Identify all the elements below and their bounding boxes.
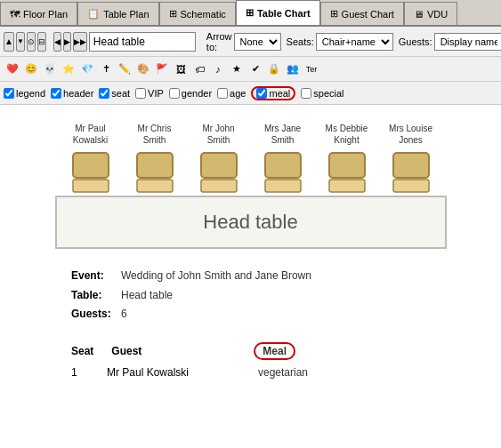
table-label: Table: xyxy=(71,286,116,306)
svg-rect-8 xyxy=(329,153,365,178)
tab-table-chart[interactable]: ⊞ Table Chart xyxy=(236,0,320,25)
music-icon-btn[interactable]: ♪ xyxy=(209,60,227,78)
tab-schematic[interactable]: ⊞ Schematic xyxy=(159,2,236,25)
legend-label[interactable]: legend xyxy=(16,88,45,99)
svg-rect-6 xyxy=(265,153,301,178)
chair-1 xyxy=(61,151,121,196)
chair-6 xyxy=(381,151,441,196)
vip-checkbox[interactable] xyxy=(135,88,146,99)
meal-label[interactable]: meal xyxy=(269,88,290,99)
chairs-row xyxy=(61,151,441,196)
arrow-select[interactable]: None xyxy=(234,33,281,51)
tab-table-plan[interactable]: 📋 Table Plan xyxy=(77,2,158,25)
guest-list-header: Seat Guest Meal xyxy=(71,342,483,360)
guest-list-row-1: 1 Mr Paul Kowalski vegetarian xyxy=(71,364,483,383)
guest-name-3: Mr JohnSmith xyxy=(189,123,249,146)
event-value: Wedding of John Smith and Jane Brown xyxy=(121,267,311,286)
toolbar-row1: ▲ ▼ ⊙ ⊟ ◀ ▶ ▶▶ Arrow to: None Seats: Cha… xyxy=(0,27,501,57)
cb-age: age xyxy=(217,88,246,99)
svg-rect-7 xyxy=(265,180,301,192)
nav-prev-button[interactable]: ◀ xyxy=(53,32,61,52)
legend-checkbox[interactable] xyxy=(4,88,14,99)
image-icon-btn[interactable]: 🖼 xyxy=(172,60,190,78)
tab-bar: 🗺 Floor Plan 📋 Table Plan ⊞ Schematic ⊞ … xyxy=(0,0,501,27)
nav-next-button[interactable]: ▶▶ xyxy=(73,32,87,52)
gender-label[interactable]: gender xyxy=(182,88,212,99)
header-checkbox[interactable] xyxy=(51,88,61,99)
table-rectangle: Head table xyxy=(55,196,447,249)
chair-2 xyxy=(125,151,185,196)
seats-label: Seats: xyxy=(287,36,314,47)
star-icon-btn[interactable]: ⭐ xyxy=(60,60,77,78)
cb-meal-highlight: meal xyxy=(251,86,295,100)
guest-name-4: Mrs JaneSmith xyxy=(253,123,313,146)
people-icon-btn[interactable]: 👥 xyxy=(284,60,302,78)
svg-rect-11 xyxy=(393,180,429,192)
seat-1: 1 xyxy=(71,364,98,383)
svg-rect-0 xyxy=(73,153,109,178)
special-label[interactable]: special xyxy=(313,88,343,99)
table-row-info: Table: Head table xyxy=(71,286,483,306)
special-checkbox[interactable] xyxy=(301,88,311,99)
seats-select[interactable]: Chair+name xyxy=(316,33,393,51)
ter-icon-btn[interactable]: Ter xyxy=(303,60,320,78)
meal-1: vegetarian xyxy=(258,364,308,383)
guests-count-row: Guests: 6 xyxy=(71,305,483,324)
tab-vdu[interactable]: 🖥 VDU xyxy=(404,2,457,25)
gender-checkbox[interactable] xyxy=(169,88,180,99)
table-title-input[interactable] xyxy=(89,32,196,52)
age-label[interactable]: age xyxy=(230,88,246,99)
guests-count-value: 6 xyxy=(121,305,127,324)
vip-label[interactable]: VIP xyxy=(148,88,164,99)
chair-4 xyxy=(253,151,313,196)
cb-header: header xyxy=(51,88,93,99)
table-value: Head table xyxy=(121,286,173,306)
edit-icon-btn[interactable]: ✏️ xyxy=(116,60,133,78)
tab-floor-plan[interactable]: 🗺 Floor Plan xyxy=(0,2,77,25)
schematic-icon: ⊞ xyxy=(169,8,177,20)
zoom-fit-button[interactable]: ⊟ xyxy=(37,32,46,52)
chair-5 xyxy=(317,151,377,196)
toolbar-row3: legend header seat VIP gender age meal s… xyxy=(0,82,501,105)
info-section: Event: Wedding of John Smith and Jane Br… xyxy=(18,267,483,324)
vdu-icon: 🖥 xyxy=(414,9,424,20)
flag-icon-btn[interactable]: 🚩 xyxy=(153,60,171,78)
cb-special: special xyxy=(301,88,343,99)
guests-count-label: Guests: xyxy=(71,305,116,324)
svg-rect-5 xyxy=(201,180,237,192)
cross-icon-btn[interactable]: ✝ xyxy=(97,60,115,78)
table-chart-icon: ⊞ xyxy=(246,7,254,19)
skull-icon-btn[interactable]: 💀 xyxy=(41,60,59,78)
smiley-icon-btn[interactable]: 😊 xyxy=(22,60,40,78)
check-icon-btn[interactable]: ✔ xyxy=(246,60,264,78)
zoom-in-button[interactable]: ▲ xyxy=(4,32,14,52)
heart-icon-btn[interactable]: ❤️ xyxy=(4,60,21,78)
guest-name-2: Mr ChrisSmith xyxy=(125,123,185,146)
star2-icon-btn[interactable]: ★ xyxy=(228,60,246,78)
col-guest-header: Guest xyxy=(111,345,236,357)
tab-guest-chart[interactable]: ⊞ Guest Chart xyxy=(320,2,404,25)
lock-icon-btn[interactable]: 🔒 xyxy=(265,60,283,78)
guest-chart-icon: ⊞ xyxy=(330,8,338,20)
header-label[interactable]: header xyxy=(63,88,93,99)
event-row: Event: Wedding of John Smith and Jane Br… xyxy=(71,267,483,286)
zoom-actual-button[interactable]: ⊙ xyxy=(27,32,36,52)
arrow-label: Arrow to: xyxy=(206,31,232,52)
diamond-icon-btn[interactable]: 💎 xyxy=(78,60,96,78)
toolbar-row2: ❤️ 😊 💀 ⭐ 💎 ✝ ✏️ 🎨 🚩 🖼 🏷 ♪ ★ ✔ 🔒 👥 Ter xyxy=(0,57,501,82)
event-label: Event: xyxy=(71,267,116,286)
color-icon-btn[interactable]: 🎨 xyxy=(134,60,152,78)
nav-play-button[interactable]: ▶ xyxy=(63,32,71,52)
seat-label[interactable]: seat xyxy=(111,88,130,99)
age-checkbox[interactable] xyxy=(217,88,228,99)
guest-names-row: Mr PaulKowalski Mr ChrisSmith Mr JohnSmi… xyxy=(61,123,441,146)
cb-legend: legend xyxy=(4,88,45,99)
tag-icon-btn[interactable]: 🏷 xyxy=(190,60,208,78)
seat-checkbox[interactable] xyxy=(99,88,109,99)
zoom-out-button[interactable]: ▼ xyxy=(16,32,25,52)
guests-select[interactable]: Display name xyxy=(434,33,501,51)
meal-checkbox[interactable] xyxy=(256,88,267,99)
guests-label: Guests: xyxy=(399,36,432,47)
main-content: Mr PaulKowalski Mr ChrisSmith Mr JohnSmi… xyxy=(0,105,501,448)
chair-3 xyxy=(189,151,249,196)
